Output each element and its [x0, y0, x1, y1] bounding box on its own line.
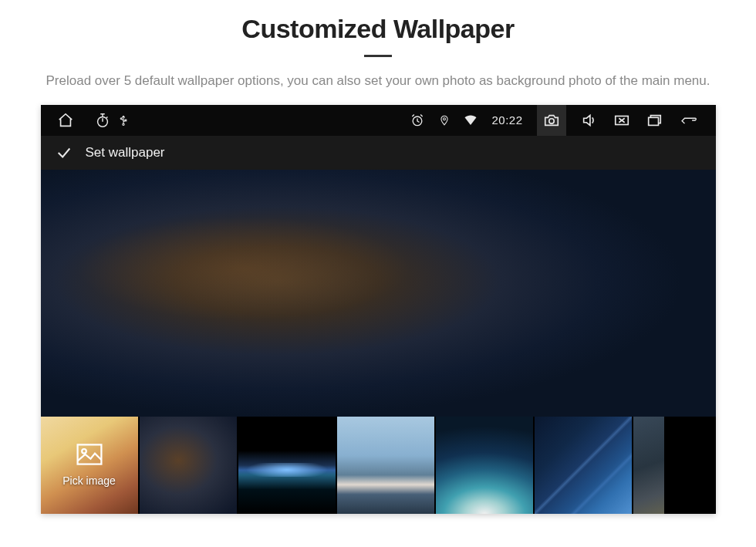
volume-icon[interactable] [580, 111, 599, 130]
wallpaper-thumb-3[interactable] [337, 417, 434, 514]
header-bar: Set wallpaper [41, 136, 716, 170]
svg-point-2 [120, 117, 122, 119]
image-icon [76, 444, 103, 468]
page-title: Customized Wallpaper [0, 14, 756, 44]
screen-off-icon[interactable] [613, 111, 631, 130]
recent-apps-icon[interactable] [645, 111, 663, 130]
device-screen: 20:22 Set wallpaper [41, 105, 716, 514]
status-bar: 20:22 [41, 105, 716, 136]
title-underline [364, 55, 392, 57]
status-clock: 20:22 [491, 113, 522, 127]
svg-point-1 [122, 123, 123, 125]
camera-icon [542, 111, 561, 130]
wallpaper-preview[interactable] [41, 170, 716, 417]
pick-image-button[interactable]: Pick image [41, 417, 138, 514]
wallpaper-thumb-2[interactable] [238, 417, 336, 514]
alarm-icon[interactable] [410, 111, 425, 130]
svg-rect-8 [648, 117, 658, 125]
wallpaper-thumb-6[interactable] [633, 417, 664, 514]
location-icon[interactable] [439, 111, 450, 130]
pick-image-label: Pick image [62, 474, 115, 487]
home-icon[interactable] [56, 111, 75, 130]
svg-rect-3 [125, 120, 127, 121]
confirm-check-icon[interactable] [55, 144, 73, 162]
svg-point-10 [82, 449, 86, 454]
back-icon[interactable] [677, 111, 700, 130]
timer-icon[interactable] [93, 111, 112, 130]
wallpaper-thumb-4[interactable] [436, 417, 533, 514]
wallpaper-thumb-5[interactable] [535, 417, 632, 514]
svg-point-6 [548, 118, 553, 123]
wallpaper-thumb-1[interactable] [140, 417, 237, 514]
thumbnail-strip: Pick image [41, 417, 716, 514]
page-subtitle: Preload over 5 default wallpaper options… [39, 71, 717, 91]
svg-rect-9 [77, 444, 101, 464]
wifi-icon[interactable] [464, 111, 478, 130]
svg-point-5 [444, 117, 446, 120]
header-title: Set wallpaper [86, 145, 165, 160]
camera-button[interactable] [537, 105, 566, 136]
usb-icon [118, 111, 129, 130]
